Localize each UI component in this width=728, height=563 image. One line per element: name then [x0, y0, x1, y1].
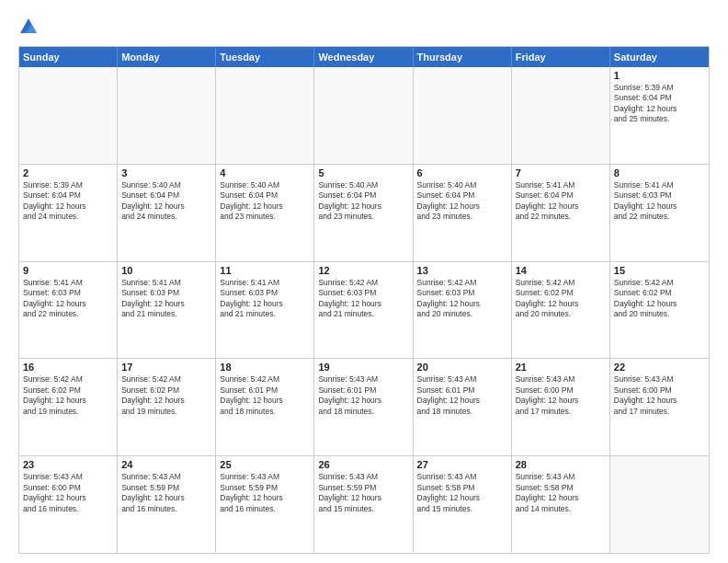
day-info: Sunrise: 5:43 AM Sunset: 6:00 PM Dayligh…: [614, 374, 705, 417]
day-cell-5: 5Sunrise: 5:40 AM Sunset: 6:04 PM Daylig…: [314, 165, 413, 261]
calendar-body: 1Sunrise: 5:39 AM Sunset: 6:04 PM Daylig…: [19, 67, 709, 553]
day-info: Sunrise: 5:43 AM Sunset: 5:59 PM Dayligh…: [220, 472, 310, 514]
logo: [18, 17, 42, 37]
day-info: Sunrise: 5:42 AM Sunset: 6:02 PM Dayligh…: [121, 374, 211, 417]
day-info: Sunrise: 5:40 AM Sunset: 6:04 PM Dayligh…: [417, 180, 507, 223]
day-cell-25: 25Sunrise: 5:43 AM Sunset: 5:59 PM Dayli…: [216, 456, 314, 553]
week-row-3: 16Sunrise: 5:42 AM Sunset: 6:02 PM Dayli…: [19, 358, 709, 455]
day-info: Sunrise: 5:42 AM Sunset: 6:03 PM Dayligh…: [417, 278, 507, 320]
day-info: Sunrise: 5:41 AM Sunset: 6:03 PM Dayligh…: [220, 278, 310, 320]
day-cell-9: 9Sunrise: 5:41 AM Sunset: 6:03 PM Daylig…: [19, 262, 118, 359]
day-number: 24: [121, 459, 211, 470]
day-info: Sunrise: 5:42 AM Sunset: 6:01 PM Dayligh…: [220, 374, 310, 417]
empty-cell-0-0: [19, 67, 118, 164]
day-info: Sunrise: 5:41 AM Sunset: 6:04 PM Dayligh…: [516, 180, 606, 223]
day-cell-1: 1Sunrise: 5:39 AM Sunset: 6:04 PM Daylig…: [610, 67, 709, 164]
day-number: 18: [220, 362, 310, 373]
day-info: Sunrise: 5:42 AM Sunset: 6:02 PM Dayligh…: [614, 278, 705, 320]
day-number: 16: [23, 362, 113, 373]
day-number: 27: [417, 459, 507, 470]
day-info: Sunrise: 5:43 AM Sunset: 5:58 PM Dayligh…: [516, 472, 606, 514]
day-cell-14: 14Sunrise: 5:42 AM Sunset: 6:02 PM Dayli…: [512, 262, 610, 359]
calendar: SundayMondayTuesdayWednesdayThursdayFrid…: [18, 46, 710, 554]
day-number: 11: [220, 265, 310, 276]
day-cell-4: 4Sunrise: 5:40 AM Sunset: 6:04 PM Daylig…: [216, 165, 314, 261]
empty-cell-0-5: [512, 67, 610, 164]
day-cell-26: 26Sunrise: 5:43 AM Sunset: 5:59 PM Dayli…: [314, 456, 413, 553]
day-cell-17: 17Sunrise: 5:42 AM Sunset: 6:02 PM Dayli…: [118, 359, 216, 455]
header-day-thursday: Thursday: [414, 47, 512, 67]
day-info: Sunrise: 5:43 AM Sunset: 5:59 PM Dayligh…: [121, 472, 211, 514]
day-number: 13: [417, 265, 507, 276]
week-row-1: 2Sunrise: 5:39 AM Sunset: 6:04 PM Daylig…: [19, 164, 709, 261]
header-day-tuesday: Tuesday: [216, 47, 314, 67]
empty-cell-4-6: [610, 456, 709, 553]
day-number: 8: [614, 167, 705, 178]
day-number: 14: [516, 265, 606, 276]
day-number: 17: [121, 362, 211, 373]
day-number: 5: [318, 167, 408, 178]
day-info: Sunrise: 5:43 AM Sunset: 6:01 PM Dayligh…: [318, 374, 408, 417]
week-row-4: 23Sunrise: 5:43 AM Sunset: 6:00 PM Dayli…: [19, 455, 709, 553]
day-cell-7: 7Sunrise: 5:41 AM Sunset: 6:04 PM Daylig…: [512, 165, 610, 261]
day-info: Sunrise: 5:40 AM Sunset: 6:04 PM Dayligh…: [220, 180, 310, 223]
day-cell-10: 10Sunrise: 5:41 AM Sunset: 6:03 PM Dayli…: [118, 262, 216, 359]
day-number: 15: [614, 265, 705, 276]
day-cell-20: 20Sunrise: 5:43 AM Sunset: 6:01 PM Dayli…: [414, 359, 512, 455]
day-number: 20: [417, 362, 507, 373]
day-info: Sunrise: 5:43 AM Sunset: 6:00 PM Dayligh…: [516, 374, 606, 417]
header-day-monday: Monday: [118, 47, 216, 67]
header-day-wednesday: Wednesday: [314, 47, 413, 67]
day-info: Sunrise: 5:43 AM Sunset: 6:01 PM Dayligh…: [417, 374, 507, 417]
header: [18, 17, 710, 37]
day-info: Sunrise: 5:43 AM Sunset: 5:58 PM Dayligh…: [417, 472, 507, 514]
calendar-header-row: SundayMondayTuesdayWednesdayThursdayFrid…: [19, 47, 709, 67]
day-number: 21: [516, 362, 606, 373]
day-info: Sunrise: 5:41 AM Sunset: 6:03 PM Dayligh…: [121, 278, 211, 320]
empty-cell-0-3: [314, 67, 413, 164]
day-number: 19: [318, 362, 408, 373]
day-cell-13: 13Sunrise: 5:42 AM Sunset: 6:03 PM Dayli…: [414, 262, 512, 359]
day-cell-8: 8Sunrise: 5:41 AM Sunset: 6:03 PM Daylig…: [610, 165, 709, 261]
day-number: 10: [121, 265, 211, 276]
day-cell-21: 21Sunrise: 5:43 AM Sunset: 6:00 PM Dayli…: [512, 359, 610, 455]
day-info: Sunrise: 5:40 AM Sunset: 6:04 PM Dayligh…: [318, 180, 408, 223]
header-day-sunday: Sunday: [19, 47, 118, 67]
week-row-0: 1Sunrise: 5:39 AM Sunset: 6:04 PM Daylig…: [19, 67, 709, 164]
day-cell-16: 16Sunrise: 5:42 AM Sunset: 6:02 PM Dayli…: [19, 359, 118, 455]
day-info: Sunrise: 5:43 AM Sunset: 5:59 PM Dayligh…: [318, 472, 408, 514]
day-cell-24: 24Sunrise: 5:43 AM Sunset: 5:59 PM Dayli…: [118, 456, 216, 553]
day-info: Sunrise: 5:43 AM Sunset: 6:00 PM Dayligh…: [23, 472, 113, 514]
day-number: 26: [318, 459, 408, 470]
day-number: 28: [516, 459, 606, 470]
empty-cell-0-2: [216, 67, 314, 164]
day-info: Sunrise: 5:42 AM Sunset: 6:03 PM Dayligh…: [318, 278, 408, 320]
logo-icon: [18, 17, 39, 37]
day-cell-15: 15Sunrise: 5:42 AM Sunset: 6:02 PM Dayli…: [610, 262, 709, 359]
day-cell-18: 18Sunrise: 5:42 AM Sunset: 6:01 PM Dayli…: [216, 359, 314, 455]
day-cell-11: 11Sunrise: 5:41 AM Sunset: 6:03 PM Dayli…: [216, 262, 314, 359]
day-cell-3: 3Sunrise: 5:40 AM Sunset: 6:04 PM Daylig…: [118, 165, 216, 261]
day-info: Sunrise: 5:39 AM Sunset: 6:04 PM Dayligh…: [614, 83, 705, 125]
day-cell-19: 19Sunrise: 5:43 AM Sunset: 6:01 PM Dayli…: [314, 359, 413, 455]
day-number: 2: [23, 167, 113, 178]
day-number: 3: [121, 167, 211, 178]
day-info: Sunrise: 5:39 AM Sunset: 6:04 PM Dayligh…: [23, 180, 113, 223]
day-cell-6: 6Sunrise: 5:40 AM Sunset: 6:04 PM Daylig…: [414, 165, 512, 261]
day-number: 9: [23, 265, 113, 276]
day-info: Sunrise: 5:41 AM Sunset: 6:03 PM Dayligh…: [614, 180, 705, 223]
day-number: 1: [614, 70, 705, 81]
empty-cell-0-1: [118, 67, 216, 164]
day-info: Sunrise: 5:42 AM Sunset: 6:02 PM Dayligh…: [23, 374, 113, 417]
day-number: 4: [220, 167, 310, 178]
day-cell-23: 23Sunrise: 5:43 AM Sunset: 6:00 PM Dayli…: [19, 456, 118, 553]
page: SundayMondayTuesdayWednesdayThursdayFrid…: [0, 0, 728, 563]
day-number: 22: [614, 362, 705, 373]
day-cell-2: 2Sunrise: 5:39 AM Sunset: 6:04 PM Daylig…: [19, 165, 118, 261]
day-cell-22: 22Sunrise: 5:43 AM Sunset: 6:00 PM Dayli…: [610, 359, 709, 455]
day-cell-27: 27Sunrise: 5:43 AM Sunset: 5:58 PM Dayli…: [414, 456, 512, 553]
header-day-saturday: Saturday: [610, 47, 709, 67]
day-number: 7: [516, 167, 606, 178]
day-number: 23: [23, 459, 113, 470]
day-number: 12: [318, 265, 408, 276]
